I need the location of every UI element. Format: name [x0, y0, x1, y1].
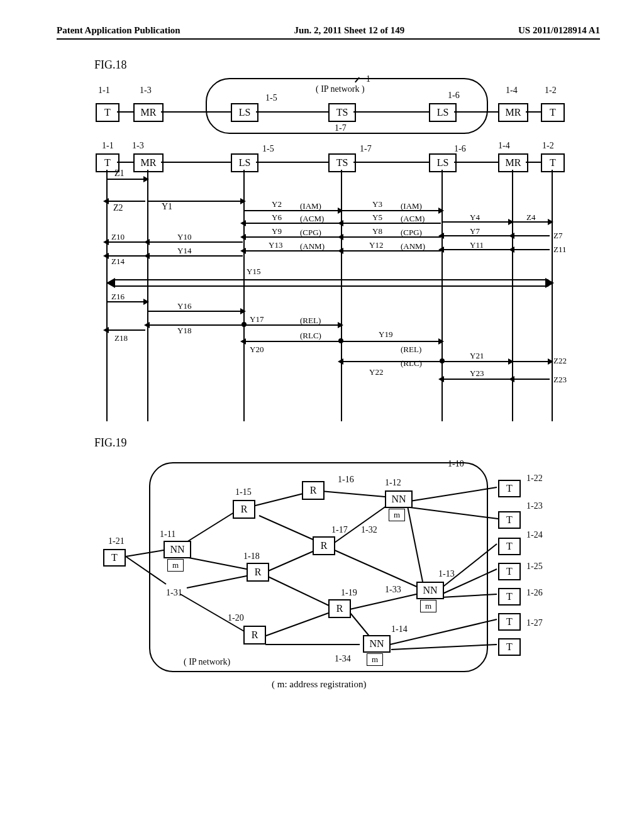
lbl-Y17: Y17 — [250, 314, 264, 324]
fig18-label: FIG.18 — [94, 58, 600, 72]
fig18-diagram: ( IP network ) 1 T MR LS TS LS MR T 1-1 … — [89, 78, 567, 430]
ref: 1-4 — [506, 86, 518, 96]
ref: 1-3 — [132, 141, 144, 151]
node-R-20: R — [243, 626, 266, 645]
arrow-icon — [144, 322, 150, 328]
arrow-icon — [509, 246, 514, 253]
lbl-Z16: Z16 — [111, 292, 125, 302]
msg-Y12 — [342, 250, 441, 252]
msg-IAM2: (IAM) — [401, 201, 422, 211]
msg-Z11 — [513, 249, 550, 250]
connector — [353, 111, 429, 113]
seq-LS-left: LS — [231, 153, 258, 172]
lbl-Z10: Z10 — [111, 232, 125, 242]
lbl-Y3: Y3 — [372, 199, 382, 209]
arrow-icon — [240, 308, 246, 314]
node-T-25: T — [498, 563, 521, 580]
lbl-Z22: Z22 — [553, 356, 567, 366]
lbl-Z2: Z2 — [113, 203, 123, 213]
msg-Y19 — [342, 341, 441, 342]
ref: 1-5 — [265, 93, 277, 103]
connector — [256, 111, 328, 113]
patent-page: Patent Application Publication Jun. 2, 2… — [0, 0, 644, 726]
msg-Y17 — [245, 324, 340, 326]
fig19-diagram: NN m NN m NN m NN m R R R R R R T T T T … — [89, 462, 567, 701]
arrow-icon — [509, 233, 514, 239]
node-T-left: T — [96, 103, 119, 122]
header-center: Jun. 2, 2011 Sheet 12 of 149 — [294, 25, 404, 36]
ref-1-18: 1-18 — [243, 551, 260, 562]
arrow-icon — [143, 176, 149, 182]
ref-1-14: 1-14 — [391, 624, 408, 634]
arrow-icon — [143, 299, 149, 305]
msg-Z23 — [513, 379, 550, 380]
seq-MR-left: MR — [133, 153, 164, 172]
msg-Y8 — [342, 236, 441, 238]
msg-Y23 — [443, 379, 511, 380]
lbl-Y21: Y21 — [470, 351, 484, 361]
node-NN-11: NN — [164, 541, 191, 558]
msg-ANM2: (ANM) — [401, 241, 425, 252]
msg-Y13 — [245, 250, 340, 252]
node-MR-left: MR — [133, 103, 164, 122]
msg-Y9 — [245, 236, 340, 238]
lbl-Y11: Y11 — [470, 240, 484, 250]
connector — [526, 111, 541, 113]
msg-ACM2: (ACM) — [401, 214, 425, 224]
header-right: US 2011/0128914 A1 — [518, 25, 600, 36]
ref: 1-4 — [498, 141, 510, 151]
ref-1-23: 1-23 — [526, 501, 543, 511]
node-R-15: R — [233, 500, 255, 519]
msg-Y2 — [245, 210, 340, 211]
seq-T-right: T — [541, 153, 565, 172]
ref-1-16: 1-16 — [338, 475, 354, 485]
arrow-icon — [240, 220, 246, 226]
arrow-icon — [338, 358, 343, 365]
msg-Y6 — [245, 223, 340, 224]
ref: 1-1 — [102, 141, 114, 151]
node-T-22: T — [498, 480, 521, 497]
lbl-Y23: Y23 — [470, 368, 484, 379]
lbl-Y12: Y12 — [369, 240, 383, 250]
node-m-34: m — [367, 653, 383, 666]
node-LS-left: LS — [231, 103, 258, 122]
lbl-Z1: Z1 — [114, 169, 125, 179]
node-T-28: T — [498, 638, 521, 656]
lbl-Y5: Y5 — [372, 213, 382, 223]
node-T-right: T — [541, 103, 565, 122]
node-m-33: m — [420, 600, 436, 612]
lbl-Y6: Y6 — [272, 213, 282, 223]
node-NN-13: NN — [416, 582, 444, 599]
node-m-32: m — [389, 509, 405, 521]
msg-Y14 — [148, 255, 243, 257]
ref-1-34: 1-34 — [335, 654, 351, 664]
seq-MR-right: MR — [498, 153, 528, 172]
arrow-icon — [103, 253, 109, 259]
lbl-Z11: Z11 — [553, 245, 566, 255]
connector — [353, 162, 429, 163]
node-R-16: R — [302, 481, 325, 500]
arrow-icon — [240, 338, 246, 345]
msg-Y5 — [342, 223, 441, 224]
msg-REL: (REL) — [300, 316, 321, 326]
ref-1-13: 1-13 — [438, 569, 455, 579]
lbl-Y8: Y8 — [372, 226, 382, 236]
lifeline-T-right — [552, 170, 553, 421]
lbl-Y16: Y16 — [177, 301, 191, 311]
ref-1-32: 1-32 — [361, 525, 377, 535]
msg-IAM: (IAM) — [300, 201, 321, 211]
ref-1-24: 1-24 — [526, 530, 543, 540]
lbl-Y2: Y2 — [272, 199, 282, 209]
ref: 1-3 — [140, 86, 152, 96]
connector — [526, 162, 541, 163]
fig19-footnote: ( m: address registration) — [272, 679, 366, 690]
arrow-icon — [338, 220, 343, 226]
lifeline-LS-left — [243, 170, 245, 421]
ref-1-10: 1-10 — [448, 459, 464, 469]
connector — [454, 162, 498, 163]
connector — [161, 162, 231, 163]
connector — [117, 111, 133, 113]
ref-1-26: 1-26 — [526, 588, 543, 598]
lbl-Y4: Y4 — [470, 213, 480, 223]
arrow-icon — [438, 246, 444, 253]
